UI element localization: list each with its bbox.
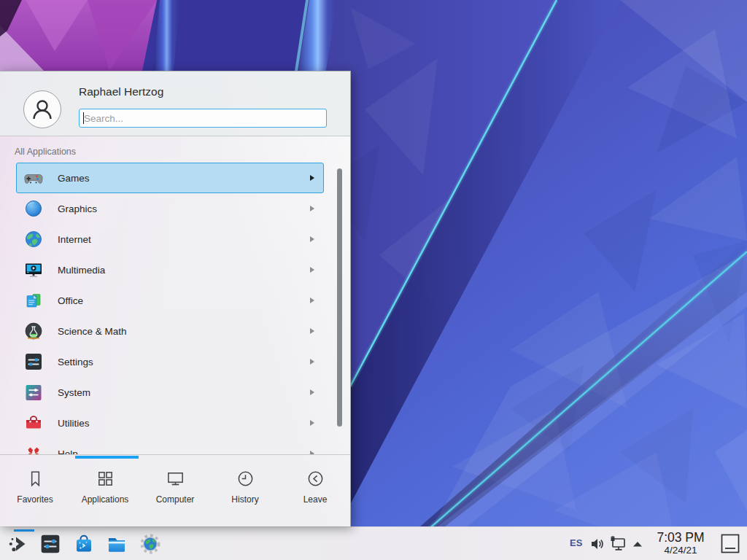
category-system[interactable]: System [16,377,324,408]
toolbox-icon [23,413,44,433]
submenu-arrow-icon [310,236,314,242]
clock-time: 7:03 PM [646,530,715,545]
submenu-arrow-icon [310,206,314,211]
submenu-arrow-icon [310,359,314,365]
help-icon [23,443,44,454]
category-internet[interactable]: Internet [16,224,324,254]
tab-leave[interactable]: Leave [280,460,350,526]
user-avatar[interactable] [23,90,61,128]
documents-icon [23,290,44,311]
category-games[interactable]: Games [16,163,324,193]
globe-icon [23,229,44,249]
system-settings-button[interactable] [39,533,61,555]
category-label: Internet [58,234,91,245]
application-launcher-button[interactable] [7,533,29,555]
blue-sphere-icon [23,198,44,219]
category-settings[interactable]: Settings [16,346,324,377]
active-tab-indicator [75,456,139,459]
digital-clock[interactable]: 7:03 PM 4/24/21 [646,530,715,556]
category-science-math[interactable]: Science & Math [16,316,324,346]
flask-icon [23,321,44,341]
tab-computer[interactable]: Computer [140,460,210,526]
search-input[interactable] [79,109,327,128]
category-graphics[interactable]: Graphics [16,193,324,224]
grid-icon [96,469,115,489]
submenu-arrow-icon [310,267,314,273]
launcher-header: Raphael Hertzog [0,71,350,136]
category-label: Office [58,295,83,306]
bookmark-icon [26,469,45,489]
blue-bag-icon [73,533,95,555]
category-label: Multimedia [58,265,105,276]
blue-folder-icon [106,533,128,555]
category-label: Science & Math [58,326,127,337]
keyboard-layout-indicator[interactable]: ES [570,537,582,548]
category-utilities[interactable]: Utilities [16,408,324,438]
text-cursor [83,112,84,124]
tab-label: Computer [156,494,195,505]
sliders-dark-icon [39,533,61,555]
monitor-play-icon [23,260,44,280]
desktop: Raphael Hertzog All Applications [0,0,747,560]
section-label: All Applications [15,147,76,157]
tab-applications[interactable]: Applications [70,460,140,526]
application-launcher-popup: Raphael Hertzog All Applications [0,71,351,526]
category-office[interactable]: Office [16,285,324,316]
taskbar-panel: ES 7:03 PM 4/24/2 [0,526,747,560]
globe-gear-icon [139,533,161,555]
tab-label: Leave [303,494,328,505]
tab-favorites[interactable]: Favorites [0,460,70,526]
volume-icon[interactable] [589,536,605,552]
category-label: Settings [58,357,93,368]
leave-icon [306,469,325,489]
expand-tray-icon[interactable] [632,540,643,548]
submenu-arrow-icon [310,328,314,334]
sliders-dark-icon [23,351,44,372]
discover-button[interactable] [73,533,95,555]
active-task-indicator [14,529,34,532]
category-label: Utilities [58,418,90,429]
tab-label: Applications [82,494,129,505]
tab-label: Favorites [17,494,53,505]
category-help[interactable]: Help [16,438,324,454]
file-manager-button[interactable] [106,533,128,555]
network-icon[interactable] [610,535,627,553]
user-icon [28,95,57,124]
category-list: Games Graphics [0,163,350,454]
tabbar-separator [0,454,350,455]
user-name: Raphael Hertzog [79,85,163,98]
clock-date: 4/24/21 [646,545,715,556]
category-multimedia[interactable]: Multimedia [16,254,324,285]
computer-icon [166,469,185,489]
tab-history[interactable]: History [210,460,280,526]
kde-kickoff-icon [7,533,29,555]
gamepad-icon [23,168,44,188]
show-desktop-button[interactable] [721,534,740,553]
category-label: Graphics [58,203,97,214]
sliders-color-icon [23,382,44,402]
submenu-arrow-icon [310,298,314,303]
tab-label: History [231,494,258,505]
submenu-arrow-icon [310,389,314,395]
category-label: Help [58,448,78,455]
clock-icon [236,469,255,489]
category-label: System [58,387,90,398]
submenu-arrow-icon [310,420,314,426]
scrollbar-thumb[interactable] [337,168,342,427]
category-label: Games [58,173,90,184]
submenu-arrow-icon [310,175,314,181]
launcher-tabbar: Favorites Applications Computer [0,460,350,526]
web-browser-button[interactable] [139,533,161,555]
